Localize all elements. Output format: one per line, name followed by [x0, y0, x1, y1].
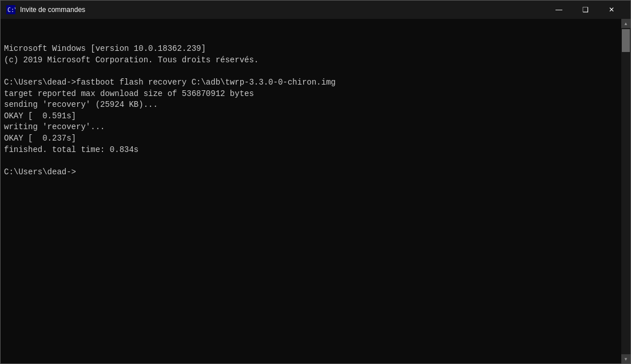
terminal-line: sending 'recovery' (25924 KB)...: [4, 99, 618, 111]
terminal-line: Microsoft Windows [version 10.0.18362.23…: [4, 43, 618, 55]
window-title: Invite de commandes: [20, 6, 546, 14]
window-controls: — ❑ ✕: [546, 1, 625, 19]
terminal-line: writing 'recovery'...: [4, 122, 618, 133]
restore-button[interactable]: ❑: [572, 1, 598, 19]
terminal-line: OKAY [ 0.591s]: [4, 111, 618, 122]
scroll-up-arrow[interactable]: ▲: [621, 19, 630, 28]
terminal-line: [4, 66, 618, 77]
close-button[interactable]: ✕: [598, 1, 625, 19]
cmd-icon: C:\: [6, 5, 15, 14]
scroll-thumb[interactable]: [622, 29, 630, 52]
terminal-line: C:\Users\dead->: [4, 167, 618, 178]
cmd-window: C:\ Invite de commandes — ❑ ✕ Microsoft …: [0, 0, 631, 364]
terminal-line: target reported max download size of 536…: [4, 89, 618, 100]
terminal-body: Microsoft Windows [version 10.0.18362.23…: [1, 19, 630, 363]
svg-text:C:\: C:\: [7, 7, 15, 13]
terminal-line: OKAY [ 0.237s]: [4, 133, 618, 145]
title-bar: C:\ Invite de commandes — ❑ ✕: [1, 1, 630, 19]
terminal-line: finished. total time: 0.834s: [4, 145, 618, 156]
scroll-down-arrow[interactable]: ▼: [621, 354, 630, 363]
terminal-line: C:\Users\dead->fastboot flash recovery C…: [4, 77, 618, 89]
terminal-output[interactable]: Microsoft Windows [version 10.0.18362.23…: [1, 19, 621, 363]
scroll-track: [621, 28, 630, 354]
terminal-line: (c) 2019 Microsoft Corporation. Tous dro…: [4, 55, 618, 66]
minimize-button[interactable]: —: [546, 1, 572, 19]
terminal-line: [4, 155, 618, 167]
scrollbar: ▲ ▼: [621, 19, 630, 363]
